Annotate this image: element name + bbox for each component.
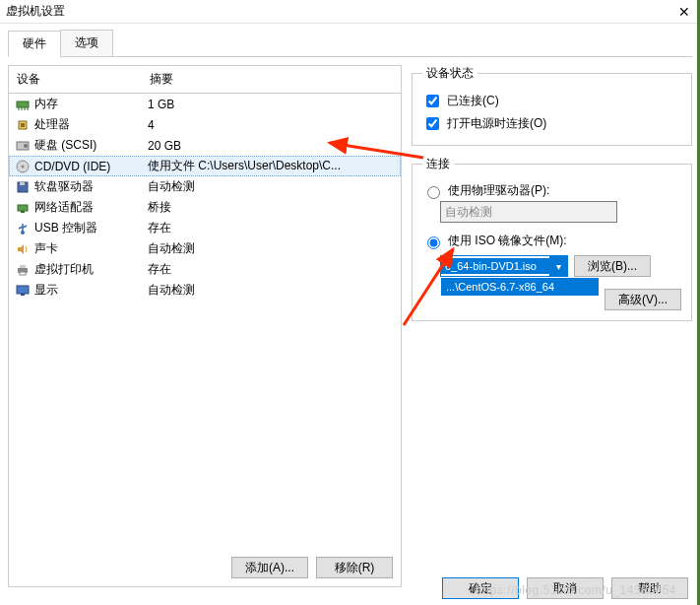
device-row[interactable]: 软盘驱动器自动检测 (9, 176, 401, 197)
use-physical-label: 使用物理驱动器(P): (448, 182, 549, 199)
remove-button[interactable]: 移除(R) (316, 557, 393, 578)
device-name: 声卡 (34, 240, 58, 257)
connected-label: 已连接(C) (447, 93, 499, 109)
close-icon[interactable]: ✕ (674, 4, 694, 20)
use-iso-input[interactable] (427, 236, 440, 249)
device-summary: 存在 (148, 261, 395, 278)
iso-file-value: 6_64-bin-DVD1.iso (441, 258, 549, 274)
tab-bar: 硬件 选项 (8, 30, 692, 57)
svg-rect-13 (18, 205, 28, 211)
svg-point-8 (24, 144, 28, 148)
device-row[interactable]: 网络适配器桥接 (9, 197, 401, 218)
svg-rect-21 (20, 272, 26, 275)
device-list[interactable]: 内存1 GB处理器4硬盘 (SCSI)20 GBCD/DVD (IDE)使用文件… (9, 94, 401, 549)
svg-point-10 (22, 165, 25, 168)
sound-icon (15, 241, 31, 257)
svg-rect-12 (20, 182, 25, 185)
connection-group: 连接 使用物理驱动器(P): 自动检测 使用 ISO 镜像文件(M): 6_64… (412, 156, 692, 321)
iso-dropdown-item[interactable]: ...\CentOS-6.7-x86_64 (441, 278, 599, 296)
use-iso-label: 使用 ISO 镜像文件(M): (448, 233, 567, 249)
device-name: 虚拟打印机 (34, 261, 94, 278)
cpu-icon (15, 117, 31, 133)
device-list-panel: 设备 摘要 内存1 GB处理器4硬盘 (SCSI)20 GBCD/DVD (ID… (8, 65, 402, 587)
connection-legend: 连接 (422, 156, 454, 172)
cancel-button[interactable]: 取消 (527, 577, 604, 599)
device-row[interactable]: 内存1 GB (9, 94, 401, 114)
device-name: 显示 (34, 282, 58, 299)
device-row[interactable]: 声卡自动检测 (9, 238, 401, 259)
device-row[interactable]: USB 控制器存在 (9, 218, 401, 238)
device-summary: 20 GB (148, 139, 395, 153)
device-summary: 4 (148, 118, 395, 132)
printer-icon (15, 262, 31, 278)
connect-poweron-input[interactable] (426, 117, 439, 130)
svg-rect-14 (21, 211, 25, 213)
use-iso-radio[interactable]: 使用 ISO 镜像文件(M): (422, 231, 681, 251)
device-name: CD/DVD (IDE) (34, 160, 110, 173)
device-name: 网络适配器 (34, 199, 94, 216)
iso-file-combo[interactable]: 6_64-bin-DVD1.iso ▾ ...\CentOS-6.7-x86_6… (440, 255, 568, 277)
tab-hardware[interactable]: 硬件 (8, 31, 61, 57)
disk-icon (15, 138, 31, 154)
connected-input[interactable] (426, 95, 439, 107)
memory-icon (15, 97, 31, 112)
ok-button[interactable]: 确定 (442, 577, 519, 599)
device-row[interactable]: 显示自动检测 (9, 280, 401, 301)
device-row[interactable]: CD/DVD (IDE)使用文件 C:\Users\User\Desktop\C… (9, 156, 401, 176)
svg-rect-6 (21, 123, 25, 127)
device-name: 硬盘 (SCSI) (34, 137, 96, 154)
usb-icon (15, 221, 31, 236)
floppy-icon (15, 179, 31, 195)
device-row[interactable]: 虚拟打印机存在 (9, 259, 401, 280)
svg-rect-0 (17, 101, 29, 107)
use-physical-input[interactable] (427, 186, 440, 199)
svg-rect-23 (21, 294, 25, 296)
window-title: 虚拟机设置 (6, 3, 674, 20)
col-device: 设备 (17, 71, 150, 88)
network-icon (15, 200, 31, 216)
physical-drive-value: 自动检测 (445, 204, 492, 221)
connect-poweron-label: 打开电源时连接(O) (447, 115, 546, 132)
cd-icon (15, 159, 31, 174)
chevron-down-icon[interactable]: ▾ (549, 256, 567, 276)
device-name: 内存 (34, 96, 58, 112)
physical-drive-combo: 自动检测 (440, 201, 617, 223)
device-summary: 存在 (148, 220, 395, 236)
use-physical-radio[interactable]: 使用物理驱动器(P): (422, 180, 681, 201)
device-summary: 自动检测 (148, 282, 395, 299)
display-icon (15, 283, 31, 299)
device-summary: 桥接 (148, 199, 395, 216)
device-summary: 自动检测 (148, 240, 395, 257)
help-button[interactable]: 帮助 (611, 577, 688, 599)
svg-rect-22 (17, 286, 29, 294)
device-summary: 1 GB (148, 98, 395, 111)
device-name: USB 控制器 (34, 220, 97, 236)
svg-rect-20 (20, 265, 26, 268)
device-name: 处理器 (34, 116, 70, 133)
device-summary: 自动检测 (148, 178, 395, 195)
add-button[interactable]: 添加(A)... (231, 557, 308, 578)
device-row[interactable]: 处理器4 (9, 114, 401, 135)
advanced-button[interactable]: 高级(V)... (605, 289, 681, 310)
connect-poweron-checkbox[interactable]: 打开电源时连接(O) (422, 112, 681, 135)
device-status-legend: 设备状态 (422, 65, 477, 82)
connected-checkbox[interactable]: 已连接(C) (422, 90, 681, 112)
device-name: 软盘驱动器 (34, 178, 94, 195)
device-row[interactable]: 硬盘 (SCSI)20 GB (9, 135, 401, 156)
device-status-group: 设备状态 已连接(C) 打开电源时连接(O) (412, 65, 692, 146)
browse-button[interactable]: 浏览(B)... (574, 255, 651, 277)
tab-options[interactable]: 选项 (60, 30, 113, 56)
col-summary: 摘要 (150, 71, 173, 88)
device-summary: 使用文件 C:\Users\User\Desktop\C... (148, 158, 395, 174)
